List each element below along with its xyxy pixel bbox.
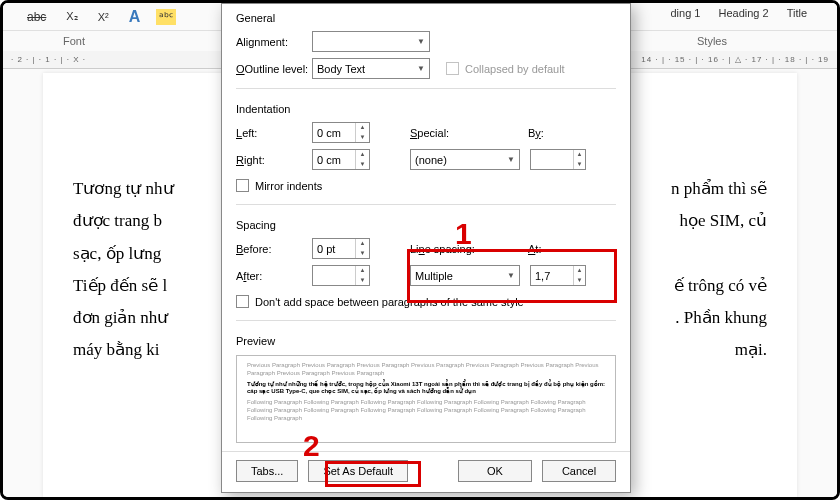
doc-text: được trang b bbox=[73, 205, 162, 237]
before-field[interactable] bbox=[313, 239, 355, 258]
mirror-indents-checkbox[interactable] bbox=[236, 179, 249, 192]
doc-text: ế trông có vẻ bbox=[674, 270, 767, 302]
at-label: At: bbox=[528, 243, 558, 255]
by-input[interactable]: ▲▼ bbox=[530, 149, 586, 170]
preview-section-title: Preview bbox=[222, 327, 630, 351]
spin-up-icon[interactable]: ▲ bbox=[574, 150, 585, 160]
alignment-label: Alignment: bbox=[236, 36, 312, 48]
indent-left-input[interactable]: ▲▼ bbox=[312, 122, 370, 143]
spin-up-icon[interactable]: ▲ bbox=[356, 150, 369, 160]
style-heading1[interactable]: ding 1 bbox=[670, 7, 700, 19]
spin-down-icon[interactable]: ▼ bbox=[356, 160, 369, 170]
spin-down-icon[interactable]: ▼ bbox=[356, 276, 369, 286]
indent-left-label: Left: bbox=[236, 127, 312, 139]
doc-text: Tiếp đến sẽ l bbox=[73, 270, 167, 302]
preview-prev-text: Previous Paragraph Previous Paragraph Pr… bbox=[247, 362, 605, 378]
after-field[interactable] bbox=[313, 266, 355, 285]
dont-add-space-checkbox[interactable] bbox=[236, 295, 249, 308]
divider bbox=[236, 204, 616, 205]
by-label: By: bbox=[528, 127, 558, 139]
spin-up-icon[interactable]: ▲ bbox=[356, 239, 369, 249]
mirror-indents-label: Mirror indents bbox=[255, 180, 322, 192]
indent-left-field[interactable] bbox=[313, 123, 355, 142]
doc-text: máy bằng ki bbox=[73, 334, 160, 366]
collapsed-label: Collapsed by default bbox=[465, 63, 565, 75]
ok-button[interactable]: OK bbox=[458, 460, 532, 482]
superscript-tool[interactable]: X² bbox=[94, 9, 113, 25]
preview-box: Previous Paragraph Previous Paragraph Pr… bbox=[236, 355, 616, 443]
before-input[interactable]: ▲▼ bbox=[312, 238, 370, 259]
preview-current-text: Tương tự như những thế hệ trước, trong h… bbox=[247, 381, 605, 397]
spin-up-icon[interactable]: ▲ bbox=[574, 266, 585, 276]
subscript-tool[interactable]: X₂ bbox=[62, 8, 81, 25]
after-label: After: bbox=[236, 270, 312, 282]
line-spacing-label: Line spacing: bbox=[410, 243, 486, 255]
spacing-section-title: Spacing bbox=[222, 211, 630, 235]
tabs-button[interactable]: Tabs... bbox=[236, 460, 298, 482]
text-effects-tool[interactable]: A bbox=[125, 6, 145, 28]
doc-text: đơn giản như bbox=[73, 302, 168, 334]
doc-text: mại. bbox=[735, 334, 767, 366]
preview-next-text: Following Paragraph Following Paragraph … bbox=[247, 399, 605, 422]
chevron-down-icon: ▼ bbox=[501, 155, 515, 164]
special-combo[interactable]: (none)▼ bbox=[410, 149, 520, 170]
chevron-down-icon: ▼ bbox=[411, 64, 425, 73]
dont-add-space-label: Don't add space between paragraphs of th… bbox=[255, 296, 524, 308]
divider bbox=[236, 320, 616, 321]
doc-text: sạc, ốp lưng bbox=[73, 238, 161, 270]
outline-level-label: OOutline level: bbox=[236, 63, 312, 75]
dialog-button-row: Tabs... Set As Default OK Cancel bbox=[222, 451, 630, 490]
spin-down-icon[interactable]: ▼ bbox=[356, 133, 369, 143]
chevron-down-icon: ▼ bbox=[411, 37, 425, 46]
spin-down-icon[interactable]: ▼ bbox=[356, 249, 369, 259]
doc-text: họe SIM, củ bbox=[679, 205, 767, 237]
ruler-right-marks: 14 · | · 15 · | · 16 · | △ · 17 · | · 18… bbox=[641, 55, 837, 64]
special-label: Special: bbox=[410, 127, 470, 139]
after-input[interactable]: ▲▼ bbox=[312, 265, 370, 286]
general-section-title: General bbox=[222, 4, 630, 28]
cancel-button[interactable]: Cancel bbox=[542, 460, 616, 482]
at-field[interactable] bbox=[531, 266, 573, 285]
before-label: Before: bbox=[236, 243, 312, 255]
indent-right-label: Right: bbox=[236, 154, 312, 166]
indentation-section-title: Indentation bbox=[222, 95, 630, 119]
divider bbox=[236, 88, 616, 89]
font-group-label: Font bbox=[63, 35, 85, 47]
line-spacing-combo[interactable]: Multiple▼ bbox=[410, 265, 520, 286]
spin-down-icon[interactable]: ▼ bbox=[574, 160, 585, 170]
alignment-combo[interactable]: ▼ bbox=[312, 31, 430, 52]
highlight-tool[interactable]: ᵃᵇᶜ bbox=[156, 9, 176, 25]
strikethrough-tool[interactable]: abc bbox=[23, 8, 50, 26]
doc-text: . Phần khung bbox=[675, 302, 767, 334]
style-title[interactable]: Title bbox=[787, 7, 807, 19]
spin-down-icon[interactable]: ▼ bbox=[574, 276, 585, 286]
chevron-down-icon: ▼ bbox=[501, 271, 515, 280]
styles-gallery[interactable]: ding 1 Heading 2 Title bbox=[670, 7, 807, 19]
style-heading2[interactable]: Heading 2 bbox=[718, 7, 768, 19]
styles-group-label: Styles bbox=[697, 35, 727, 47]
doc-text: Tương tự như bbox=[73, 173, 174, 205]
collapsed-checkbox[interactable] bbox=[446, 62, 459, 75]
spin-up-icon[interactable]: ▲ bbox=[356, 123, 369, 133]
indent-right-field[interactable] bbox=[313, 150, 355, 169]
spin-up-icon[interactable]: ▲ bbox=[356, 266, 369, 276]
ruler-left-marks: · 2 · | · 1 · | · X · bbox=[11, 55, 86, 64]
at-input[interactable]: ▲▼ bbox=[530, 265, 586, 286]
set-as-default-button[interactable]: Set As Default bbox=[308, 460, 408, 482]
outline-level-combo[interactable]: Body Text▼ bbox=[312, 58, 430, 79]
indent-right-input[interactable]: ▲▼ bbox=[312, 149, 370, 170]
by-field[interactable] bbox=[531, 150, 573, 169]
paragraph-dialog: General Alignment: ▼ OOutline level: Bod… bbox=[221, 3, 631, 493]
doc-text: n phẩm thì sẽ bbox=[671, 173, 767, 205]
